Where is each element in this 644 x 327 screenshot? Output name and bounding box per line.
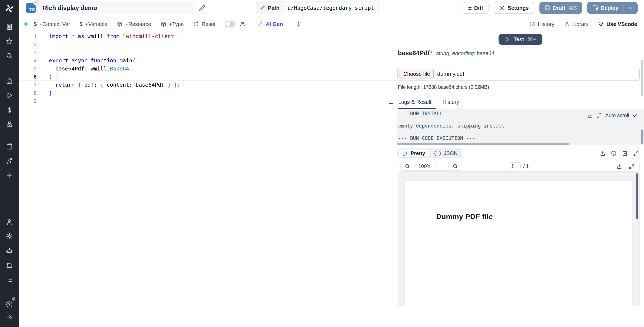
sidebar-item-gear[interactable] — [1, 230, 18, 243]
zoom-out-button[interactable] — [401, 162, 414, 170]
auto-scroll-label[interactable]: Auto scroll — [605, 112, 629, 118]
code-line-9[interactable]: 9 — [19, 97, 396, 105]
deploy-button[interactable]: Deploy — [587, 2, 624, 14]
add-resource-label: +Resource — [125, 21, 151, 27]
code-line-5[interactable]: 5 base64Pdf: wmill.Base64 — [19, 65, 396, 73]
sidebar-item-robot[interactable] — [1, 244, 18, 257]
draft-button[interactable]: Draft ⌘S — [540, 2, 582, 14]
info-icon[interactable] — [611, 150, 617, 156]
file-input[interactable]: Choose file dummy.pdf — [398, 67, 640, 81]
editor-settings-button[interactable] — [292, 21, 305, 27]
sidebar-item-folder[interactable] — [1, 259, 18, 272]
sidebar-item-person[interactable] — [1, 216, 18, 228]
sidebar-item-star[interactable] — [1, 35, 18, 48]
left-sidebar — [0, 0, 19, 327]
ai-gen-button[interactable]: AI Gen — [254, 21, 286, 27]
deploy-split-button: Deploy — [587, 2, 638, 14]
braces-icon: { } — [434, 151, 442, 156]
code-line-6[interactable]: 6) { — [19, 73, 396, 81]
use-vscode-button[interactable]: Use VScode — [598, 21, 637, 27]
library-button[interactable]: Library — [564, 21, 588, 27]
sidebar-item-list[interactable] — [1, 273, 18, 286]
code-editor[interactable]: 1import * as wmill from "windmill-client… — [19, 32, 396, 327]
page-number-input[interactable]: 1 — [509, 162, 521, 170]
pdf-toolbar: 100% ↔ 1 / 1 — [398, 161, 640, 172]
sidebar-item-route[interactable] — [1, 154, 18, 167]
code-line-8[interactable]: 8} — [19, 89, 396, 97]
copy-result-icon[interactable] — [622, 150, 628, 156]
diff-button[interactable]: ± Diff — [463, 2, 488, 14]
sidebar-item-play[interactable] — [1, 89, 18, 102]
json-view-button[interactable]: { } JSON — [429, 149, 462, 158]
logs-output[interactable]: --- BUN INSTALL --- empty dependencies, … — [397, 109, 644, 145]
sidebar-item-cubes[interactable] — [1, 118, 18, 131]
download-pdf-icon[interactable] — [616, 163, 622, 169]
sidebar-item-dollar[interactable] — [1, 104, 18, 116]
add-context-var-button[interactable]: $ +Context Var — [30, 21, 74, 28]
test-button[interactable]: Test ⌘↵ — [498, 34, 542, 45]
add-resource-button[interactable]: +Resource — [113, 21, 154, 27]
line-number: 6 — [19, 73, 38, 80]
diff-label: Diff — [474, 5, 483, 11]
path-value[interactable]: u/HugoCasa/legendary_script — [283, 5, 378, 11]
code-line-1[interactable]: 1import * as wmill from "windmill-client… — [19, 32, 396, 40]
sidebar-item-building[interactable] — [1, 20, 18, 33]
code-text: base64Pdf: wmill.Base64 — [38, 65, 129, 73]
sidebar-item-calendar[interactable] — [1, 140, 18, 153]
choose-file-button[interactable]: Choose file — [400, 69, 434, 79]
zoom-in-button[interactable] — [448, 162, 462, 170]
pretty-label: Pretty — [410, 150, 425, 156]
add-type-button[interactable]: +Type — [157, 21, 187, 27]
save-icon — [592, 5, 598, 11]
logs-vertical-scrollbar[interactable] — [641, 130, 643, 144]
gear-icon — [499, 5, 505, 11]
panel-scrollbar[interactable] — [641, 60, 643, 96]
tab-history[interactable]: History — [442, 99, 459, 108]
magic-wand-icon — [257, 21, 263, 27]
collaborators-button[interactable] — [238, 21, 247, 27]
ai-gen-label: AI Gen — [266, 21, 283, 27]
sidebar-item-plus[interactable] — [1, 169, 18, 182]
pair-programming-toggle[interactable] — [225, 21, 235, 27]
pretty-view-button[interactable]: Pretty — [398, 149, 429, 158]
path-pill[interactable]: Path u/HugoCasa/legendary_script — [256, 2, 379, 14]
edit-title-pencil-icon[interactable] — [199, 5, 205, 11]
log-line: --- BUN CODE EXECUTION --- — [397, 136, 644, 141]
deploy-dropdown-button[interactable] — [624, 2, 638, 14]
line-number: 5 — [19, 65, 38, 73]
expand-pdf-icon[interactable] — [629, 163, 635, 169]
reset-button[interactable]: Reset — [190, 21, 219, 27]
tab-logs-result[interactable]: Logs & Result — [398, 99, 436, 109]
pdf-viewer[interactable]: Dummy PDF file — [398, 172, 640, 306]
log-line: empty dependencies, skipping install — [397, 123, 644, 128]
code-line-4[interactable]: 4export async function main( — [19, 57, 396, 65]
expand-result-icon[interactable] — [633, 150, 639, 156]
fit-width-button[interactable]: ↔ — [435, 162, 448, 170]
line-number: 1 — [19, 32, 38, 40]
pdf-scrollbar[interactable] — [636, 173, 638, 219]
zoom-level: 100% — [414, 162, 435, 170]
history-button[interactable]: History — [529, 21, 554, 27]
chevron-down-icon — [628, 5, 634, 11]
sidebar-item-home[interactable] — [1, 74, 18, 87]
sidebar-item-search[interactable] — [1, 50, 18, 62]
add-variable-button[interactable]: $ +Variable — [76, 21, 111, 28]
use-vscode-label: Use VScode — [606, 21, 637, 27]
path-label-section: Path — [256, 2, 283, 14]
script-title-input[interactable]: Rich display demo — [40, 2, 196, 14]
settings-button[interactable]: Settings — [494, 2, 534, 14]
code-line-3[interactable]: 3 — [19, 48, 396, 57]
expand-logs-icon[interactable] — [596, 112, 602, 118]
code-line-2[interactable]: 2 — [19, 40, 396, 48]
help-button[interactable] — [1, 298, 18, 311]
gear-icon — [296, 21, 302, 27]
download-logs-icon[interactable] — [587, 112, 593, 118]
code-line-7[interactable]: 7 return { pdf: { content: base64Pdf } }… — [19, 81, 396, 89]
collapse-sidebar-button[interactable] — [1, 311, 18, 324]
download-result-icon[interactable] — [600, 150, 606, 156]
logs-horizontal-scrollbar[interactable] — [397, 143, 570, 145]
windmill-logo-icon[interactable] — [4, 4, 14, 14]
code-text: return { pdf: { content: base64Pdf } }; — [38, 81, 180, 89]
status-dot — [24, 22, 28, 26]
json-label: JSON — [444, 150, 458, 156]
